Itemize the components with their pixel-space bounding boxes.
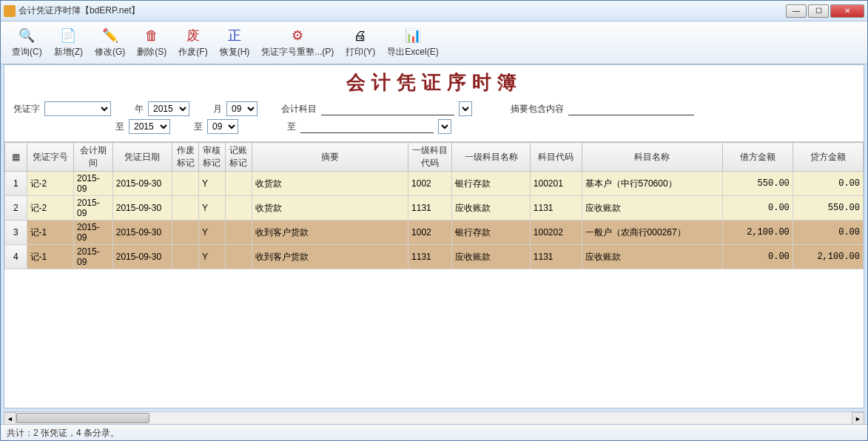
scroll-left-arrow[interactable]: ◄ [4,412,16,425]
page-title: 会计凭证序时簿 [4,65,864,100]
column-header[interactable]: 审核标记 [198,143,225,172]
cell: 2015-09 [73,220,112,245]
cell: 100202 [530,220,582,245]
cell: 记-2 [27,172,73,196]
cell: Y [198,220,225,245]
cell: 1131 [408,245,452,269]
column-header[interactable]: 贷方金额 [793,143,863,172]
export-excel-button[interactable]: 📊导出Excel(E) [382,24,443,61]
subject-to-dropdown[interactable] [438,119,451,134]
column-header[interactable]: 一级科目名称 [452,143,531,172]
subject-to-label: 至 [287,121,296,133]
horizontal-scrollbar[interactable]: ◄ ► [4,411,864,424]
void-button[interactable]: 废作废(F) [173,24,212,61]
cell: 1131 [530,245,582,269]
delete-button[interactable]: 🗑删除(S) [132,24,172,61]
voucher-word-combo[interactable] [44,101,111,116]
cell [225,196,252,220]
column-header[interactable]: 科目名称 [582,143,722,172]
edit-button-icon: ✏️ [101,27,119,44]
month-to-label: 至 [194,121,203,133]
maximize-button[interactable]: ☐ [808,4,829,18]
cell: 0.00 [793,172,863,196]
row-number: 1 [5,172,27,196]
cell: 收到客户货款 [252,220,408,245]
row-number: 4 [5,245,27,269]
edit-button[interactable]: ✏️修改(G) [90,24,130,61]
cell: 一般户（农商行000267） [582,220,722,245]
subject-from-input[interactable] [321,102,454,115]
cell [225,172,252,196]
cell: 1002 [408,172,452,196]
cell: 记-2 [27,196,73,220]
voucher-word-label: 凭证字 [13,103,40,115]
month-to-combo[interactable]: 09 [207,119,238,134]
table-row[interactable]: 2记-22015-092015-09-30Y收货款1131应收账款1131应收账… [5,196,864,220]
column-header[interactable]: 作废标记 [172,143,199,172]
close-button[interactable]: ✕ [830,4,864,18]
renumber-button[interactable]: ⚙凭证字号重整...(P) [256,24,339,61]
column-header[interactable]: 摘要 [252,143,408,172]
new-button[interactable]: 📄新增(Z) [49,24,88,61]
column-header[interactable]: 借方金额 [722,143,793,172]
export-excel-button-icon: 📊 [404,27,422,44]
edit-button-label: 修改(G) [95,46,125,58]
query-button[interactable]: 🔍查询(C) [7,24,47,61]
cell: 100201 [530,172,582,196]
cell: 2015-09-30 [112,172,172,196]
summary-label: 摘要包含内容 [511,103,564,115]
app-window: 会计凭证序时簿【bdERP.net】 — ☐ ✕ 🔍查询(C)📄新增(Z)✏️修… [0,0,868,441]
delete-button-icon: 🗑 [143,27,161,44]
cell: 0.00 [722,245,793,269]
scroll-right-arrow[interactable]: ► [852,412,864,425]
cell: 2015-09-30 [112,245,172,269]
void-button-icon: 废 [184,27,202,44]
month-label: 月 [213,103,222,115]
subject-from-dropdown[interactable] [459,101,472,116]
cell: 1131 [408,196,452,220]
column-header[interactable]: ▦ [5,143,27,172]
column-header[interactable]: 凭证字号 [27,143,73,172]
column-header[interactable]: 一级科目代码 [408,143,452,172]
minimize-button[interactable]: — [786,4,807,18]
year-from-combo[interactable]: 2015 [148,101,189,116]
year-to-combo[interactable]: 2015 [129,119,170,134]
year-label: 年 [135,103,144,115]
cell: 0.00 [793,220,863,245]
window-title: 会计凭证序时簿【bdERP.net】 [18,4,786,17]
cell [172,172,199,196]
row-number: 2 [5,196,27,220]
table-row[interactable]: 4记-12015-092015-09-30Y收到客户货款1131应收账款1131… [5,245,864,269]
cell: 2015-09 [73,245,112,269]
subject-to-input[interactable] [300,120,434,133]
print-button[interactable]: 🖨打印(Y) [340,24,380,61]
new-button-icon: 📄 [59,27,77,44]
scroll-thumb[interactable] [16,413,149,423]
toolbar: 🔍查询(C)📄新增(Z)✏️修改(G)🗑删除(S)废作废(F)正恢复(H)⚙凭证… [1,21,867,64]
window-controls: — ☐ ✕ [786,4,864,18]
restore-button[interactable]: 正恢复(H) [215,24,255,61]
content-area: 会计凭证序时簿 凭证字 年 2015 月 09 会计科目 摘要包含内容 [4,64,864,408]
void-button-label: 作废(F) [178,46,207,58]
column-header[interactable]: 凭证日期 [112,143,172,172]
table-row[interactable]: 3记-12015-092015-09-30Y收到客户货款1002银行存款1002… [5,220,864,245]
cell [172,220,199,245]
cell: 2015-09 [73,172,112,196]
cell: 0.00 [722,196,793,220]
year-to-label: 至 [115,121,124,133]
cell: 应收账款 [452,245,531,269]
summary-input[interactable] [568,102,694,115]
query-button-label: 查询(C) [12,46,42,58]
print-button-icon: 🖨 [351,27,369,44]
table-row[interactable]: 1记-22015-092015-09-30Y收货款1002银行存款100201基… [5,172,864,196]
month-from-combo[interactable]: 09 [226,101,258,116]
column-header[interactable]: 科目代码 [530,143,582,172]
grid-area[interactable]: ▦凭证字号会计期间凭证日期作废标记审核标记记账标记摘要一级科目代码一级科目名称科… [4,141,864,408]
cell: 应收账款 [452,196,531,220]
cell [172,196,199,220]
cell: 2015-09-30 [112,220,172,245]
subject-label: 会计科目 [281,103,317,115]
column-header[interactable]: 记账标记 [225,143,252,172]
cell: 2015-09 [73,196,112,220]
column-header[interactable]: 会计期间 [73,143,112,172]
